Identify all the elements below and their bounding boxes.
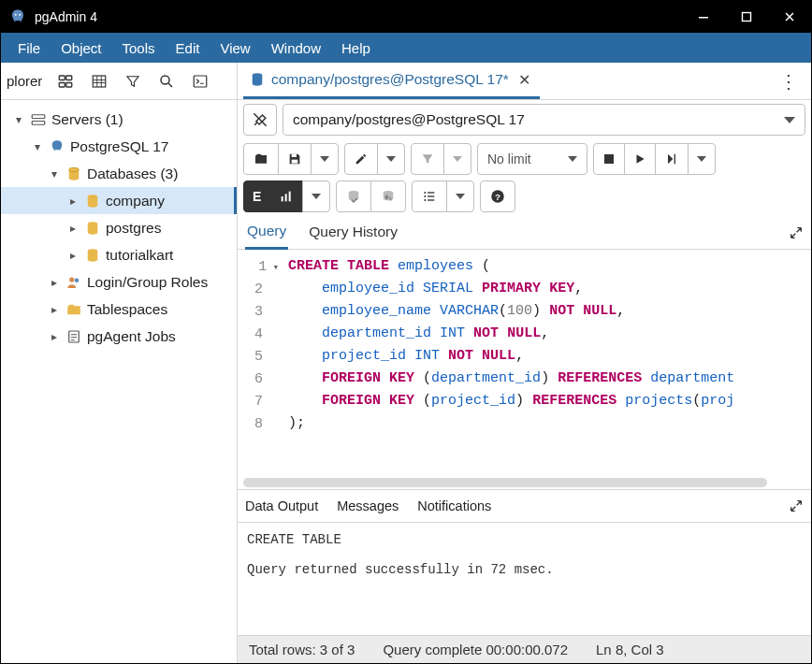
menu-view[interactable]: View bbox=[210, 36, 259, 60]
tree-db-postgres[interactable]: ▸ postgres bbox=[1, 214, 237, 241]
window-title: pgAdmin 4 bbox=[35, 9, 682, 24]
svg-rect-28 bbox=[289, 192, 291, 202]
editor-sub-tabs: Query Query History bbox=[238, 216, 811, 250]
code-area[interactable]: CREATE TABLE employees ( employee_id SER… bbox=[283, 250, 811, 476]
expand-output-button[interactable] bbox=[789, 498, 804, 513]
pgadmin-logo-icon bbox=[8, 7, 27, 26]
tree-databases[interactable]: ▾ Databases (3) bbox=[1, 160, 237, 187]
query-toolbar: No limit bbox=[238, 139, 811, 175]
svg-rect-12 bbox=[32, 121, 45, 124]
minimize-button[interactable] bbox=[682, 1, 725, 33]
tree-label: Databases (3) bbox=[87, 166, 178, 182]
svg-rect-8 bbox=[94, 76, 107, 87]
execute-dropdown[interactable] bbox=[688, 143, 716, 175]
execute-button[interactable] bbox=[624, 143, 656, 175]
menu-object[interactable]: Object bbox=[51, 36, 110, 60]
tab-notifications[interactable]: Notifications bbox=[417, 498, 491, 513]
rollback-button[interactable] bbox=[370, 180, 406, 212]
macros-dropdown[interactable] bbox=[446, 180, 474, 212]
maximize-button[interactable] bbox=[725, 1, 768, 33]
query-tab[interactable]: company/postgres@PostgreSQL 17* ✕ bbox=[243, 63, 540, 99]
tab-close-button[interactable]: ✕ bbox=[515, 69, 534, 91]
tree-label: company bbox=[106, 193, 165, 209]
output-tabs: Data Output Messages Notifications bbox=[238, 489, 811, 523]
tab-title: company/postgres@PostgreSQL 17* bbox=[271, 71, 509, 88]
chevron-down-icon bbox=[456, 194, 465, 199]
expand-editor-button[interactable] bbox=[789, 225, 804, 240]
explorer-properties-button[interactable] bbox=[51, 67, 80, 95]
scrollbar-thumb[interactable] bbox=[243, 478, 767, 487]
explain-dropdown[interactable] bbox=[302, 180, 330, 212]
svg-rect-6 bbox=[60, 82, 65, 87]
status-position: Ln 8, Col 3 bbox=[596, 642, 664, 657]
tree-db-tutorialkart[interactable]: ▸ tutorialkart bbox=[1, 241, 237, 268]
app-window: pgAdmin 4 File Object Tools Edit View Wi… bbox=[0, 0, 812, 664]
tab-query[interactable]: Query bbox=[245, 217, 288, 250]
filter-dropdown[interactable] bbox=[443, 143, 471, 175]
connection-select[interactable]: company/postgres@PostgreSQL 17 bbox=[283, 104, 805, 136]
chevron-down-icon: ▾ bbox=[12, 113, 25, 126]
menu-help[interactable]: Help bbox=[332, 36, 380, 60]
svg-point-18 bbox=[69, 277, 74, 281]
stop-button[interactable] bbox=[593, 143, 625, 175]
svg-rect-4 bbox=[60, 76, 65, 80]
menu-tools[interactable]: Tools bbox=[113, 36, 165, 60]
tab-query-history[interactable]: Query History bbox=[307, 218, 399, 248]
explain-button[interactable]: E bbox=[243, 180, 270, 212]
commit-button[interactable] bbox=[336, 180, 371, 212]
roles-icon bbox=[65, 273, 83, 292]
save-dropdown[interactable] bbox=[311, 143, 339, 175]
svg-rect-26 bbox=[282, 196, 283, 201]
fold-icon[interactable]: ▾ bbox=[272, 261, 279, 273]
svg-rect-24 bbox=[604, 154, 614, 164]
query-toolbar-2: E ? bbox=[238, 175, 811, 212]
tree-pgagent[interactable]: ▸ pgAgent Jobs bbox=[1, 323, 237, 350]
explorer-grid-button[interactable] bbox=[85, 67, 113, 95]
pgagent-icon bbox=[65, 327, 83, 346]
horizontal-scrollbar[interactable] bbox=[238, 476, 811, 489]
save-button[interactable] bbox=[278, 143, 312, 175]
tab-data-output[interactable]: Data Output bbox=[245, 498, 318, 513]
explorer-search-button[interactable] bbox=[152, 67, 181, 95]
menu-edit[interactable]: Edit bbox=[167, 36, 210, 60]
tree-login-roles[interactable]: ▸ Login/Group Roles bbox=[1, 268, 237, 296]
help-button[interactable]: ? bbox=[480, 180, 515, 212]
chevron-down-icon bbox=[320, 156, 329, 162]
menu-window[interactable]: Window bbox=[262, 36, 330, 60]
tree-db-company[interactable]: ▸ company bbox=[1, 187, 237, 214]
servers-icon bbox=[29, 110, 48, 129]
tab-menu-button[interactable]: ⋮ bbox=[772, 66, 805, 96]
chevron-down-icon bbox=[453, 156, 462, 162]
execute-cursor-button[interactable] bbox=[655, 143, 689, 175]
chevron-down-icon bbox=[697, 156, 706, 162]
svg-rect-22 bbox=[292, 154, 297, 157]
filter-button[interactable] bbox=[411, 143, 444, 175]
explorer-toolbar: plorer bbox=[1, 63, 237, 100]
open-file-button[interactable] bbox=[243, 143, 279, 175]
chevron-right-icon: ▸ bbox=[48, 303, 61, 316]
object-explorer: plorer ▾ Servers (1) ▾ PostgreSQL 17 bbox=[1, 63, 238, 663]
explorer-terminal-button[interactable] bbox=[186, 67, 214, 95]
tree-postgresql[interactable]: ▾ PostgreSQL 17 bbox=[1, 133, 237, 160]
macros-button[interactable] bbox=[412, 180, 447, 212]
close-button[interactable] bbox=[768, 1, 811, 33]
tree-servers[interactable]: ▾ Servers (1) bbox=[1, 106, 237, 133]
menu-file[interactable]: File bbox=[8, 36, 50, 60]
explain-analyze-button[interactable] bbox=[269, 180, 303, 212]
connection-status-button[interactable] bbox=[243, 104, 277, 136]
database-icon bbox=[249, 71, 266, 88]
object-tree[interactable]: ▾ Servers (1) ▾ PostgreSQL 17 ▾ Database… bbox=[1, 100, 237, 663]
edit-button[interactable] bbox=[344, 143, 378, 175]
svg-point-19 bbox=[75, 278, 80, 282]
database-icon bbox=[65, 165, 83, 183]
svg-rect-36 bbox=[428, 199, 434, 200]
sql-editor[interactable]: 1▾ 2 3 4 5 6 7 8 CREATE TABLE employees … bbox=[238, 250, 811, 476]
tab-messages[interactable]: Messages bbox=[337, 498, 399, 513]
tree-tablespaces[interactable]: ▸ Tablespaces bbox=[1, 296, 237, 323]
explorer-filter-button[interactable] bbox=[119, 67, 147, 95]
limit-select[interactable]: No limit bbox=[477, 143, 587, 175]
edit-dropdown[interactable] bbox=[377, 143, 405, 175]
svg-point-1 bbox=[19, 14, 21, 16]
main-panel: company/postgres@PostgreSQL 17* ✕ ⋮ comp… bbox=[238, 63, 811, 663]
status-rows: Total rows: 3 of 3 bbox=[249, 642, 355, 657]
